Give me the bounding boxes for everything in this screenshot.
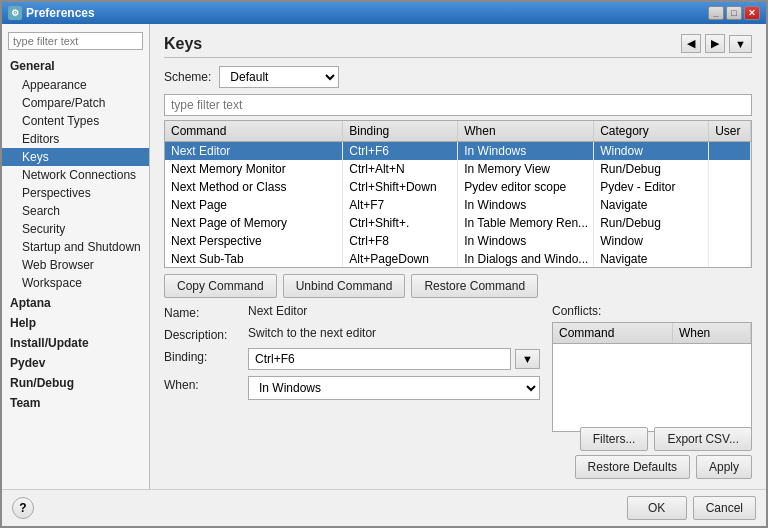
restore-command-button[interactable]: Restore Command [411,274,538,298]
sidebar-item-perspectives[interactable]: Perspectives [2,184,149,202]
cell-command: Next Method or Class [165,178,343,196]
sidebar-filter-container [8,32,143,50]
cell-category: Pydev - Editor [594,178,709,196]
page-title: Keys [164,35,202,53]
table-row[interactable]: Next Editor Ctrl+F6 In Windows Window [165,142,751,161]
sidebar-group-run-debug: Run/Debug [2,372,149,392]
view-menu-button[interactable]: ▼ [729,35,752,53]
cell-category: Window [594,232,709,250]
col-header-binding: Binding [343,121,458,142]
col-header-command: Command [165,121,343,142]
content-title-bar: Keys ◀ ▶ ▼ [164,34,752,58]
sidebar-item-compare-patch[interactable]: Compare/Patch [2,94,149,112]
cell-user [709,178,751,196]
sidebar-group-help: Help [2,312,149,332]
restore-defaults-button[interactable]: Restore Defaults [575,455,690,479]
sidebar-item-security[interactable]: Security [2,220,149,238]
close-button[interactable]: ✕ [744,6,760,20]
cell-command: Next Perspective [165,232,343,250]
sidebar-item-search[interactable]: Search [2,202,149,220]
nav-arrows: ◀ ▶ ▼ [681,34,752,53]
cell-binding: Ctrl+F8 [343,232,458,250]
help-button[interactable]: ? [12,497,34,519]
binding-row: Binding: ▼ [164,348,540,370]
cell-when: In Windows [458,142,594,161]
table-row[interactable]: Next Method or Class Ctrl+Shift+Down Pyd… [165,178,751,196]
table-row[interactable]: Next Memory Monitor Ctrl+Alt+N In Memory… [165,160,751,178]
cancel-button[interactable]: Cancel [693,496,756,520]
minimize-button[interactable]: _ [708,6,724,20]
sidebar-group-aptana: Aptana [2,292,149,312]
detail-left: Name: Next Editor Description: Switch to… [164,304,540,421]
when-select[interactable]: In Windows In Dialogs In Editors Always [248,376,540,400]
table-row[interactable]: Next Sub-Tab Alt+PageDown In Dialogs and… [165,250,751,268]
unbind-command-button[interactable]: Unbind Command [283,274,406,298]
copy-command-button[interactable]: Copy Command [164,274,277,298]
cell-category: Run/Debug [594,214,709,232]
export-csv-button[interactable]: Export CSV... [654,427,752,451]
table-row[interactable]: Next Perspective Ctrl+F8 In Windows Wind… [165,232,751,250]
maximize-button[interactable]: □ [726,6,742,20]
cell-user [709,250,751,268]
sidebar-group-general: General [2,56,149,76]
sidebar-item-editors[interactable]: Editors [2,130,149,148]
conflicts-col-command: Command [553,323,672,344]
name-row: Name: Next Editor [164,304,540,320]
cell-user [709,214,751,232]
cell-command: Next Memory Monitor [165,160,343,178]
cell-when: In Memory View [458,160,594,178]
conflicts-table-container: Command When [552,322,752,432]
bottom-buttons-row1: Filters... Export CSV... [164,427,752,451]
cell-command: Next Editor [165,142,343,161]
table-row[interactable]: Next Page Alt+F7 In Windows Navigate [165,196,751,214]
content-area: Keys ◀ ▶ ▼ Scheme: Default [150,24,766,489]
sidebar-item-startup-shutdown[interactable]: Startup and Shutdown [2,238,149,256]
cell-when: In Dialogs and Windo... [458,250,594,268]
scheme-label: Scheme: [164,70,211,84]
footer-buttons: OK Cancel [627,496,756,520]
cell-binding: Ctrl+F6 [343,142,458,161]
preferences-window: ⚙ Preferences _ □ ✕ General Appearance C… [0,0,768,528]
cell-category: Window [594,142,709,161]
col-header-category: Category [594,121,709,142]
cell-command: Next Page [165,196,343,214]
keys-table: Command Binding When Category User Next … [165,121,751,268]
main-content: General Appearance Compare/Patch Content… [2,24,766,489]
forward-button[interactable]: ▶ [705,34,725,53]
back-button[interactable]: ◀ [681,34,701,53]
cell-when: In Windows [458,232,594,250]
sidebar-item-content-types[interactable]: Content Types [2,112,149,130]
cell-user [709,196,751,214]
cell-command: Next Page of Memory [165,214,343,232]
ok-button[interactable]: OK [627,496,687,520]
conflicts-label: Conflicts: [552,304,752,318]
description-value: Switch to the next editor [248,326,540,340]
name-value: Next Editor [248,304,307,318]
sidebar-item-workspace[interactable]: Workspace [2,274,149,292]
filters-button[interactable]: Filters... [580,427,649,451]
sidebar-item-network-connections[interactable]: Network Connections [2,166,149,184]
sidebar-item-keys[interactable]: Keys [2,148,149,166]
keys-table-container: Command Binding When Category User Next … [164,120,752,268]
binding-input-container: ▼ [248,348,540,370]
filter-row [164,94,752,116]
col-header-user: User [709,121,751,142]
bottom-buttons-row2: Restore Defaults Apply [164,455,752,479]
binding-clear-button[interactable]: ▼ [515,349,540,369]
detail-section: Name: Next Editor Description: Switch to… [164,304,752,421]
cell-when: Pydev editor scope [458,178,594,196]
keys-filter-input[interactable] [164,94,752,116]
cell-category: Navigate [594,250,709,268]
cell-binding: Ctrl+Shift+Down [343,178,458,196]
sidebar-group-install-update: Install/Update [2,332,149,352]
action-buttons: Copy Command Unbind Command Restore Comm… [164,274,752,298]
cell-binding: Alt+PageDown [343,250,458,268]
apply-button[interactable]: Apply [696,455,752,479]
cell-binding: Ctrl+Alt+N [343,160,458,178]
sidebar-item-appearance[interactable]: Appearance [2,76,149,94]
scheme-select[interactable]: Default [219,66,339,88]
sidebar-item-web-browser[interactable]: Web Browser [2,256,149,274]
binding-input[interactable] [248,348,511,370]
sidebar-filter-input[interactable] [8,32,143,50]
table-row[interactable]: Next Page of Memory Ctrl+Shift+. In Tabl… [165,214,751,232]
